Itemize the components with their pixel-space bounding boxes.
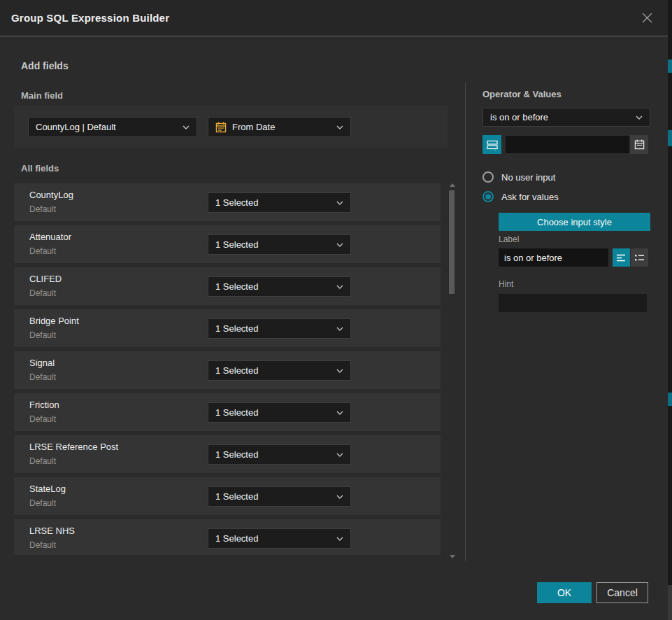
radio-unselected-icon: [482, 171, 494, 183]
field-name: CountyLog: [29, 190, 73, 200]
field-subtitle: Default: [29, 330, 56, 340]
field-name: Bridge Point: [29, 316, 79, 326]
close-icon: [641, 12, 653, 24]
field-row: Signal Default 1 Selected: [14, 351, 441, 389]
cancel-button-label: Cancel: [607, 587, 638, 598]
list-style-button[interactable]: [631, 248, 648, 267]
field-values-select[interactable]: 1 Selected: [208, 192, 351, 213]
list-style-icon: [634, 253, 645, 262]
field-values-select[interactable]: 1 Selected: [208, 234, 351, 255]
field-name: Friction: [29, 400, 59, 410]
calendar-picker-button[interactable]: [630, 135, 648, 154]
field-name: CLIFED: [29, 274, 62, 284]
date-value-input[interactable]: [505, 135, 630, 154]
chevron-down-icon: [336, 411, 343, 415]
chevron-down-icon: [336, 243, 343, 247]
field-values-select[interactable]: 1 Selected: [208, 276, 351, 297]
field-select-value: 1 Selected: [215, 239, 331, 250]
hint-input[interactable]: [499, 294, 647, 312]
main-field-heading: Main field: [21, 90, 63, 101]
chevron-down-icon: [336, 453, 343, 457]
field-select-value: 1 Selected: [215, 197, 331, 208]
field-values-select[interactable]: 1 Selected: [208, 402, 351, 423]
field-subtitle: Default: [29, 456, 56, 466]
edge-accent-fragment: [668, 393, 672, 406]
label-input-value: is on or before: [504, 253, 562, 263]
chevron-down-icon: [336, 327, 343, 331]
field-name: LRSE Reference Post: [29, 442, 118, 452]
label-field-label: Label: [499, 234, 519, 244]
field-subtitle: Default: [29, 204, 56, 214]
field-row: Bridge Point Default 1 Selected: [14, 309, 441, 347]
calendar-icon: [215, 122, 227, 133]
input-type-icon: [487, 139, 498, 150]
field-name: Attenuator: [29, 232, 71, 242]
ok-button-label: OK: [557, 587, 571, 598]
field-select-value: 1 Selected: [215, 365, 331, 376]
field-row: LRSE Reference Post Default 1 Selected: [14, 435, 441, 473]
choose-input-style-button[interactable]: Choose input style: [499, 213, 650, 231]
field-select-value: 1 Selected: [215, 323, 331, 334]
main-field-select[interactable]: CountyLog | Default: [28, 117, 197, 137]
main-field-select-value: CountyLog | Default: [36, 122, 177, 132]
field-name: StateLog: [29, 484, 66, 494]
field-values-select[interactable]: 1 Selected: [208, 486, 351, 507]
ask-for-values-label: Ask for values: [501, 192, 559, 202]
chevron-down-icon: [336, 201, 343, 205]
panel-divider: [465, 83, 466, 561]
chevron-down-icon: [336, 369, 343, 373]
cancel-button[interactable]: Cancel: [596, 582, 648, 603]
group-sql-expression-builder-dialog: Group SQL Expression Builder Add fields …: [0, 0, 672, 620]
field-subtitle: Default: [29, 246, 56, 256]
field-row: Friction Default 1 Selected: [14, 393, 441, 431]
input-type-selector-button[interactable]: [482, 135, 501, 154]
chevron-down-icon: [336, 537, 343, 541]
dialog-titlebar: Group SQL Expression Builder: [0, 0, 668, 36]
single-line-style-icon: [616, 253, 627, 262]
main-field-date-select[interactable]: From Date: [208, 117, 351, 137]
single-line-style-button[interactable]: [613, 248, 630, 267]
field-subtitle: Default: [29, 540, 56, 550]
field-values-select[interactable]: 1 Selected: [208, 360, 351, 381]
field-subtitle: Default: [29, 498, 56, 508]
field-select-value: 1 Selected: [215, 533, 331, 544]
field-values-select[interactable]: 1 Selected: [208, 318, 351, 339]
radio-selected-icon: [482, 191, 494, 202]
scroll-up-icon[interactable]: [450, 183, 455, 187]
field-row: CLIFED Default 1 Selected: [14, 267, 441, 305]
field-row: StateLog Default 1 Selected: [14, 477, 441, 515]
operator-select[interactable]: is on or before: [482, 108, 650, 127]
list-scrollbar[interactable]: [448, 181, 457, 560]
chevron-down-icon: [336, 125, 343, 129]
field-subtitle: Default: [29, 372, 56, 382]
dialog-title: Group SQL Expression Builder: [11, 12, 169, 24]
background-app-edge-strip: [668, 0, 672, 620]
field-select-value: 1 Selected: [215, 491, 331, 502]
label-input[interactable]: is on or before: [499, 248, 608, 267]
field-values-select[interactable]: 1 Selected: [208, 444, 351, 465]
chevron-down-icon: [336, 495, 343, 499]
chevron-down-icon: [636, 115, 643, 120]
close-button[interactable]: [638, 10, 655, 27]
all-fields-list: CountyLog Default 1 Selected Attenuator …: [14, 183, 441, 555]
ask-for-values-radio[interactable]: Ask for values: [482, 191, 559, 202]
field-select-value: 1 Selected: [215, 407, 331, 418]
chevron-down-icon: [183, 125, 190, 129]
scroll-down-icon[interactable]: [450, 555, 455, 558]
edge-accent-fragment: [668, 130, 672, 146]
edge-gray-fragment: [668, 585, 672, 620]
main-field-date-select-value: From Date: [232, 122, 331, 132]
field-select-value: 1 Selected: [215, 281, 331, 292]
field-values-select[interactable]: 1 Selected: [208, 528, 351, 549]
ok-button[interactable]: OK: [537, 582, 592, 603]
choose-input-style-label: Choose input style: [537, 217, 612, 227]
field-row: LRSE NHS Default 1 Selected: [14, 519, 441, 555]
no-user-input-radio[interactable]: No user input: [482, 171, 555, 183]
operator-values-heading: Operator & Values: [482, 89, 562, 99]
scrollbar-thumb[interactable]: [449, 190, 455, 294]
field-subtitle: Default: [29, 414, 56, 424]
hint-field-label: Hint: [499, 279, 513, 289]
field-name: LRSE NHS: [29, 526, 75, 536]
operator-select-value: is on or before: [490, 112, 630, 122]
field-select-value: 1 Selected: [215, 449, 331, 460]
